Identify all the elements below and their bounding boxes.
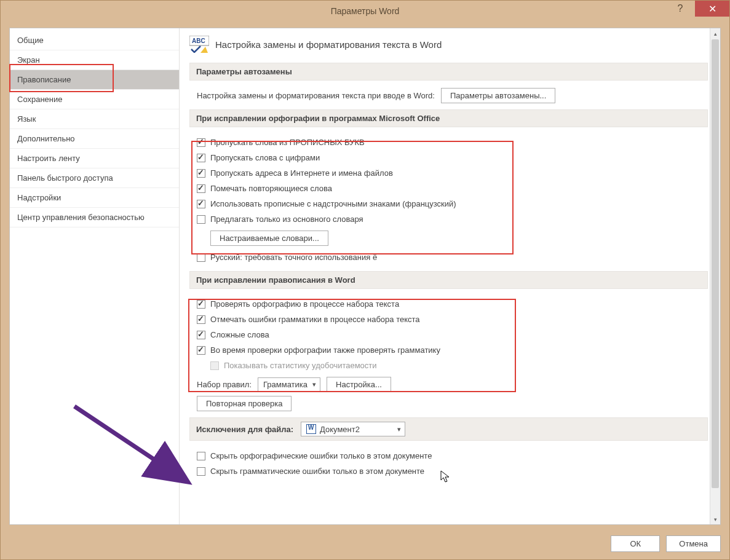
- scroll-down-icon[interactable]: ▾: [710, 514, 720, 524]
- close-button[interactable]: ✕: [695, 1, 729, 17]
- checkbox-icon: [210, 361, 219, 370]
- sidebar-item-label: Надстройки: [17, 193, 61, 202]
- check-maindict[interactable]: Предлагать только из основного словаря: [197, 211, 708, 227]
- proofing-icon: ABC: [189, 36, 209, 53]
- content-pane: ABC Настройка замены и форматирования те…: [180, 28, 720, 524]
- sidebar-item-addins[interactable]: Надстройки: [10, 188, 179, 208]
- page-header-text: Настройка замены и форматирования текста…: [215, 39, 442, 50]
- checkbox-icon: [197, 253, 205, 262]
- sidebar-item-label: Центр управления безопасностью: [17, 213, 145, 222]
- sidebar-item-quickaccess[interactable]: Панель быстрого доступа: [10, 168, 179, 188]
- checkbox-icon: [197, 315, 205, 324]
- check-label: Пропускать слова с цифрами: [210, 153, 320, 162]
- check-label: Пропускать адреса в Интернете и имена фа…: [210, 168, 393, 178]
- group-exceptions-header: Исключения для файла: Документ2: [189, 417, 708, 441]
- check-label: Во время проверки орфографии также прове…: [210, 345, 440, 355]
- sidebar-item-label: Дополнительно: [17, 134, 75, 143]
- check-internet[interactable]: Пропускать адреса в Интернете и имена фа…: [197, 165, 708, 181]
- titlebar: Параметры Word ? ✕: [1, 1, 729, 22]
- custom-dict-row: Настраиваемые словари...: [197, 231, 708, 246]
- check-label: Использовать прописные с надстрочными зн…: [210, 199, 456, 208]
- check-label: Предлагать только из основного словаря: [210, 215, 363, 224]
- sidebar-item-label: Общие: [17, 36, 44, 45]
- sidebar-item-label: Настроить ленту: [17, 154, 80, 163]
- ruleset-select[interactable]: Грамматика: [258, 377, 320, 392]
- sidebar-item-general[interactable]: Общие: [10, 31, 179, 50]
- sidebar-item-label: Сохранение: [17, 95, 63, 104]
- dialog-footer: ОК Отмена: [611, 535, 721, 552]
- sidebar-item-label: Панель быстрого доступа: [17, 173, 113, 183]
- select-value: Грамматика: [263, 380, 307, 389]
- check-label: Скрыть орфографические ошибки только в э…: [210, 451, 432, 460]
- checkbox-icon: [197, 200, 205, 208]
- check-label: Показывать статистику удобочитаемости: [224, 361, 377, 370]
- checkbox-icon: [197, 452, 205, 460]
- custom-dictionaries-button[interactable]: Настраиваемые словари...: [210, 231, 328, 246]
- exceptions-file-select[interactable]: Документ2: [301, 422, 405, 436]
- sidebar-item-save[interactable]: Сохранение: [10, 90, 179, 109]
- scrollbar[interactable]: ▴ ▾: [710, 28, 720, 524]
- check-numbers[interactable]: Пропускать слова с цифрами: [197, 150, 708, 165]
- check-hide-grammar[interactable]: Скрыть грамматические ошибки только в эт…: [197, 463, 708, 479]
- check-label: Сложные слова: [210, 330, 269, 339]
- check-readability: Показывать статистику удобочитаемости: [197, 358, 708, 373]
- ok-button[interactable]: ОК: [611, 535, 660, 552]
- autocorrect-label: Настройка замены и форматирования текста…: [197, 91, 435, 100]
- check-label: Помечать повторяющиеся слова: [210, 184, 332, 193]
- sidebar-item-trustcenter[interactable]: Центр управления безопасностью: [10, 208, 179, 227]
- word-doc-icon: [306, 424, 316, 434]
- check-label: Пропускать слова из ПРОПИСНЫХ БУКВ: [210, 138, 365, 147]
- exceptions-checks: Скрыть орфографические ошибки только в э…: [189, 448, 708, 479]
- checkbox-icon: [197, 300, 205, 309]
- check-grammar-as-type[interactable]: Отмечать ошибки грамматики в процессе на…: [197, 312, 708, 327]
- sidebar-item-language[interactable]: Язык: [10, 109, 179, 129]
- grammar-settings-button[interactable]: Настройка...: [327, 377, 391, 392]
- sidebar-item-advanced[interactable]: Дополнительно: [10, 129, 179, 149]
- checkbox-icon: [197, 346, 205, 355]
- checkbox-icon: [197, 184, 205, 193]
- help-button[interactable]: ?: [665, 1, 695, 17]
- recheck-button[interactable]: Повторная проверка: [197, 396, 292, 411]
- scrollbar-thumb[interactable]: [712, 39, 719, 488]
- ruleset-row: Набор правил: Грамматика Настройка...: [197, 377, 708, 392]
- check-complex-words[interactable]: Сложные слова: [197, 327, 708, 342]
- group-spelling-word-header: При исправлении правописания в Word: [189, 271, 708, 289]
- exceptions-title: Исключения для файла:: [196, 425, 293, 434]
- check-label: Отмечать ошибки грамматики в процессе на…: [210, 315, 420, 324]
- sidebar-item-label: Язык: [17, 114, 36, 124]
- check-repeated[interactable]: Помечать повторяющиеся слова: [197, 181, 708, 196]
- check-spell-as-type[interactable]: Проверять орфографию в процессе набора т…: [197, 296, 708, 312]
- scroll-up-icon[interactable]: ▴: [710, 28, 720, 39]
- sidebar-item-ribbon[interactable]: Настроить ленту: [10, 149, 179, 168]
- window-frame: Параметры Word ? ✕ Общие Экран Правописа…: [0, 0, 730, 560]
- checkbox-icon: [197, 154, 205, 162]
- sidebar-item-screen[interactable]: Экран: [10, 50, 179, 70]
- ruleset-label: Набор правил:: [197, 380, 252, 389]
- check-label: Скрыть грамматические ошибки только в эт…: [210, 467, 424, 476]
- spelling-office-checks: Пропускать слова из ПРОПИСНЫХ БУКВ Пропу…: [189, 135, 708, 265]
- cancel-button[interactable]: Отмена: [666, 535, 721, 552]
- check-grammar-with-spell[interactable]: Во время проверки орфографии также прове…: [197, 342, 708, 358]
- recheck-row: Повторная проверка: [197, 396, 708, 411]
- check-russian-yo[interactable]: Русский: требовать точного использования…: [197, 250, 708, 265]
- group-autocorrect-header: Параметры автозамены: [189, 63, 708, 81]
- checkbox-icon: [197, 215, 205, 224]
- check-label: Русский: требовать точного использования…: [210, 253, 377, 262]
- checkbox-icon: [197, 331, 205, 339]
- spelling-word-checks: Проверять орфографию в процессе набора т…: [189, 296, 708, 411]
- check-uppercase[interactable]: Пропускать слова из ПРОПИСНЫХ БУКВ: [197, 135, 708, 150]
- autocorrect-row: Настройка замены и форматирования текста…: [189, 88, 708, 103]
- select-value: Документ2: [320, 425, 360, 434]
- window-title: Параметры Word: [331, 6, 400, 16]
- check-french[interactable]: Использовать прописные с надстрочными зн…: [197, 196, 708, 211]
- sidebar: Общие Экран Правописание Сохранение Язык…: [10, 28, 180, 524]
- autocorrect-options-button[interactable]: Параметры автозамены...: [441, 88, 555, 103]
- page-header: ABC Настройка замены и форматирования те…: [189, 36, 708, 53]
- checkbox-icon: [197, 169, 205, 178]
- check-hide-spelling[interactable]: Скрыть орфографические ошибки только в э…: [197, 448, 708, 463]
- sidebar-item-label: Правописание: [17, 75, 71, 84]
- sidebar-item-proofing[interactable]: Правописание: [10, 70, 179, 90]
- sidebar-item-label: Экран: [17, 55, 40, 65]
- svg-text:ABC: ABC: [192, 37, 205, 44]
- check-label: Проверять орфографию в процессе набора т…: [210, 299, 399, 309]
